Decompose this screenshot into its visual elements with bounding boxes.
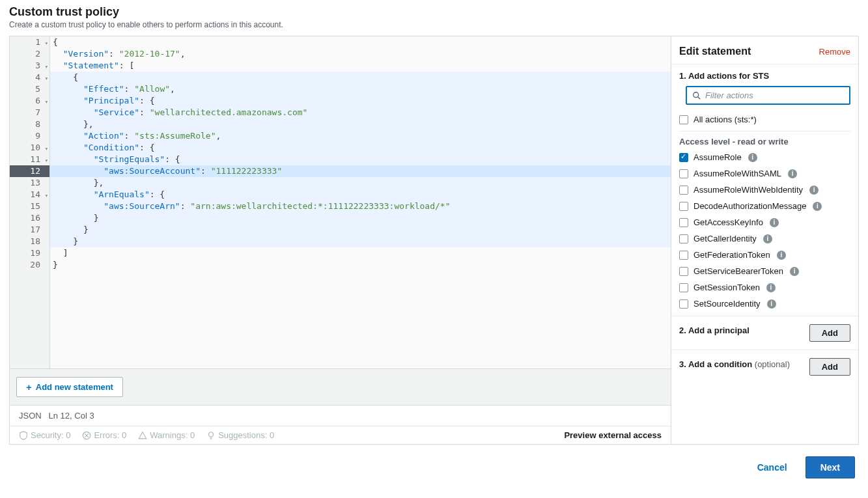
security-count: Security: 0 <box>19 430 70 440</box>
filter-actions-input[interactable] <box>705 90 844 100</box>
line-number: 5 <box>10 83 49 95</box>
info-icon[interactable]: i <box>790 267 799 276</box>
line-number: 20 <box>10 259 49 271</box>
info-icon[interactable]: i <box>788 169 797 178</box>
code-line[interactable]: "StringEquals": { <box>50 154 671 165</box>
line-number: 12 <box>10 165 49 177</box>
info-icon[interactable]: i <box>763 234 772 243</box>
remove-statement-link[interactable]: Remove <box>819 47 850 57</box>
action-checkbox[interactable] <box>679 169 688 178</box>
line-number: 15 <box>10 201 49 212</box>
action-checkbox[interactable] <box>679 283 688 292</box>
info-icon[interactable]: i <box>809 186 819 195</box>
line-number: 14 <box>10 189 49 201</box>
code-line[interactable]: } <box>50 236 671 247</box>
action-label: AssumeRoleWithWebIdentity <box>693 185 803 195</box>
info-icon[interactable]: i <box>777 251 786 260</box>
svg-point-2 <box>693 92 699 97</box>
edit-statement-panel: Edit statement Remove 1. Add actions for… <box>671 36 858 444</box>
editor-language: JSON <box>19 411 42 421</box>
info-icon[interactable]: i <box>770 218 779 227</box>
action-label: GetCallerIdentity <box>693 234 757 243</box>
action-checkbox[interactable] <box>679 267 688 276</box>
next-button[interactable]: Next <box>805 456 855 478</box>
action-checkbox[interactable] <box>679 251 688 260</box>
action-row[interactable]: GetCallerIdentityi <box>679 230 850 247</box>
code-line[interactable]: "Condition": { <box>50 142 671 154</box>
search-icon <box>692 91 701 100</box>
code-line[interactable]: "Statement": [ <box>50 60 671 72</box>
code-line[interactable]: { <box>50 72 671 83</box>
action-row[interactable]: GetServiceBearerTokeni <box>679 263 850 279</box>
info-icon[interactable]: i <box>813 202 822 211</box>
code-line[interactable]: "ArnEquals": { <box>50 189 671 201</box>
line-number: 4 <box>10 72 49 83</box>
code-line[interactable]: }, <box>50 177 671 189</box>
action-row[interactable]: GetAccessKeyInfoi <box>679 214 850 230</box>
line-number: 2 <box>10 48 49 60</box>
page-subtitle: Create a custom trust policy to enable o… <box>9 20 859 29</box>
line-number: 10 <box>10 142 49 154</box>
action-row[interactable]: AssumeRoleWithSAMLi <box>679 165 850 182</box>
action-label: GetAccessKeyInfo <box>693 217 763 227</box>
action-checkbox[interactable] <box>679 153 688 162</box>
code-line[interactable]: "aws:SourceAccount": "111122223333" <box>50 165 671 177</box>
section-1-title: 1. Add actions for STS <box>679 71 850 81</box>
code-line[interactable]: } <box>50 259 671 271</box>
action-row[interactable]: SetSourceIdentityi <box>679 296 850 312</box>
action-label: AssumeRole <box>693 152 742 162</box>
info-icon[interactable]: i <box>767 299 776 309</box>
filter-actions-field[interactable] <box>686 86 850 105</box>
preview-external-access-link[interactable]: Preview external access <box>564 430 662 440</box>
line-number: 11 <box>10 154 49 165</box>
code-line[interactable]: } <box>50 212 671 224</box>
code-line[interactable]: "Action": "sts:AssumeRole", <box>50 130 671 142</box>
cursor-position: Ln 12, Col 3 <box>49 411 94 421</box>
code-line[interactable]: "Effect": "Allow", <box>50 83 671 95</box>
action-checkbox[interactable] <box>679 202 688 211</box>
action-label: SetSourceIdentity <box>693 299 761 309</box>
action-row[interactable]: GetFederationTokeni <box>679 247 850 263</box>
section-3-title: 3. Add a condition (optional) <box>679 359 790 369</box>
cancel-button[interactable]: Cancel <box>748 456 796 478</box>
action-row[interactable]: DecodeAuthorizationMessagei <box>679 198 850 214</box>
code-line[interactable]: "aws:SourceArn": "arn:aws:wellarchitecte… <box>50 201 671 212</box>
code-line[interactable]: ] <box>50 247 671 259</box>
action-checkbox[interactable] <box>679 186 688 195</box>
code-line[interactable]: } <box>50 224 671 236</box>
add-condition-button[interactable]: Add <box>809 358 850 376</box>
code-line[interactable]: "Principal": { <box>50 95 671 107</box>
action-checkbox[interactable] <box>679 234 688 243</box>
line-number: 7 <box>10 107 49 118</box>
code-line[interactable]: "Service": "wellarchitected.amazonaws.co… <box>50 107 671 118</box>
json-editor[interactable]: 1234567891011121314151617181920 { "Versi… <box>10 36 671 368</box>
info-icon[interactable]: i <box>748 153 757 162</box>
page-title: Custom trust policy <box>9 5 859 19</box>
line-number: 9 <box>10 130 49 142</box>
action-checkbox[interactable] <box>679 218 688 227</box>
add-new-statement-label: Add new statement <box>36 382 113 392</box>
action-row[interactable]: GetSessionTokeni <box>679 279 850 296</box>
errors-count: Errors: 0 <box>82 430 126 440</box>
line-number: 16 <box>10 212 49 224</box>
all-actions-row[interactable]: All actions (sts:*) <box>679 111 850 131</box>
action-checkbox[interactable] <box>679 299 688 309</box>
code-line[interactable]: }, <box>50 118 671 130</box>
warnings-count: Warnings: 0 <box>138 430 195 440</box>
add-principal-button[interactable]: Add <box>809 324 850 342</box>
all-actions-checkbox[interactable] <box>679 115 688 124</box>
action-row[interactable]: AssumeRoleWithWebIdentityi <box>679 182 850 198</box>
access-level-label: Access level - read or write <box>679 137 850 146</box>
code-line[interactable]: { <box>50 36 671 48</box>
line-number: 18 <box>10 236 49 247</box>
all-actions-label: All actions (sts:*) <box>693 115 757 124</box>
lightbulb-icon <box>206 431 216 440</box>
code-line[interactable]: "Version": "2012-10-17", <box>50 48 671 60</box>
section-2-title: 2. Add a principal <box>679 325 749 335</box>
action-label: DecodeAuthorizationMessage <box>693 201 806 211</box>
action-label: GetServiceBearerToken <box>693 266 783 276</box>
action-row[interactable]: AssumeRolei <box>679 149 850 165</box>
info-icon[interactable]: i <box>766 283 776 292</box>
action-label: GetFederationToken <box>693 250 770 260</box>
add-new-statement-button[interactable]: + Add new statement <box>16 377 123 397</box>
